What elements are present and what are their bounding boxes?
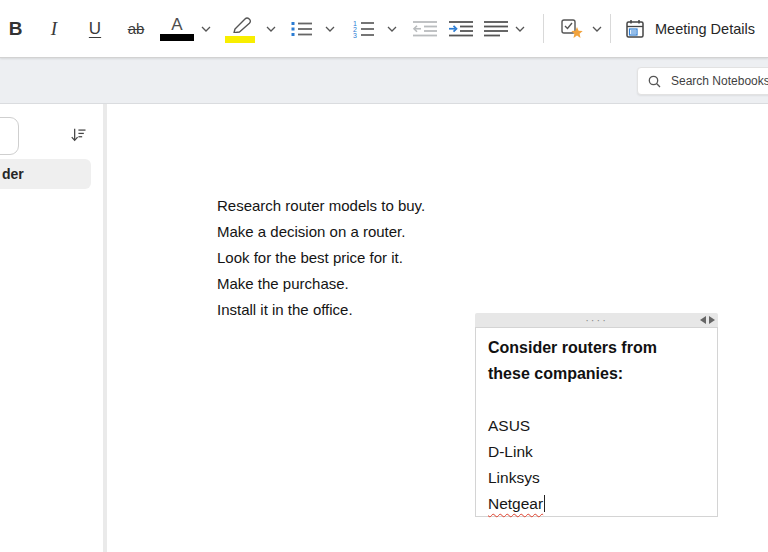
note-container-header[interactable]: ····	[475, 313, 718, 327]
highlighter-icon	[226, 17, 256, 33]
strikethrough-icon: ab	[128, 20, 145, 37]
sort-descending-icon	[68, 123, 88, 148]
search-input[interactable]	[669, 73, 768, 89]
resize-left-icon	[700, 316, 706, 324]
font-color-icon: A	[160, 16, 194, 41]
underline-icon: U	[89, 19, 101, 39]
note-container-body[interactable]: Consider routers from these companies: A…	[475, 327, 718, 517]
underline-button[interactable]: U	[81, 12, 109, 46]
note-company-line[interactable]: Netgear	[488, 491, 707, 517]
bold-icon: B	[9, 18, 23, 40]
numbered-list-button[interactable]: 1 2 3	[349, 12, 379, 46]
alignment-button[interactable]	[481, 12, 511, 46]
page-text-block[interactable]: Research router models to buy. Make a de…	[217, 193, 425, 323]
italic-icon: I	[51, 18, 57, 40]
increase-indent-icon	[448, 20, 474, 38]
note-canvas[interactable]: Research router models to buy. Make a de…	[107, 103, 768, 552]
sidebar: der	[0, 103, 103, 552]
toolbar-separator	[543, 14, 544, 43]
chevron-down-icon	[201, 26, 211, 32]
bullet-list-icon	[290, 20, 314, 38]
note-company-line[interactable]: D-Link	[488, 439, 707, 465]
sidebar-item-folder-selected[interactable]: der	[0, 159, 91, 189]
decrease-indent-button[interactable]	[409, 12, 441, 46]
task-line[interactable]: Install it in the office.	[217, 297, 425, 323]
highlight-dropdown[interactable]	[262, 12, 279, 46]
note-heading-line[interactable]: Consider routers from	[488, 335, 707, 361]
resize-right-icon	[709, 316, 715, 324]
misspelled-word[interactable]: Netgear	[488, 495, 543, 512]
chevron-down-icon	[266, 26, 276, 32]
strikethrough-button[interactable]: ab	[120, 12, 152, 46]
font-color-button[interactable]: A	[158, 12, 196, 46]
task-line[interactable]: Research router models to buy.	[217, 193, 425, 219]
meeting-details-label: Meeting Details	[655, 21, 755, 37]
search-box[interactable]	[637, 67, 768, 95]
increase-indent-button[interactable]	[445, 12, 477, 46]
chevron-down-icon	[592, 26, 602, 32]
decrease-indent-icon	[412, 20, 438, 38]
italic-button[interactable]: I	[41, 12, 67, 46]
sort-button[interactable]	[62, 119, 94, 151]
task-line[interactable]: Make the purchase.	[217, 271, 425, 297]
tag-checkbox-star-icon	[559, 17, 585, 40]
numbered-list-dropdown[interactable]	[383, 12, 400, 46]
bullet-list-button[interactable]	[287, 12, 317, 46]
alignment-dropdown[interactable]	[512, 12, 527, 46]
align-text-icon	[483, 20, 509, 38]
bullet-list-dropdown[interactable]	[321, 12, 338, 46]
formatting-toolbar: B I U ab A	[0, 0, 768, 58]
tag-button[interactable]	[556, 12, 588, 46]
drag-handle-icon[interactable]: ····	[585, 315, 608, 325]
app-window: B I U ab A	[0, 0, 768, 552]
toolbar-separator	[610, 14, 611, 43]
highlight-button[interactable]	[222, 12, 260, 46]
resize-handle[interactable]	[700, 316, 715, 324]
folder-label: der	[0, 166, 24, 182]
note-container[interactable]: ···· Consider routers from these compani…	[475, 313, 718, 517]
highlight-color-bar	[225, 36, 255, 43]
note-company-line[interactable]: Linksys	[488, 465, 707, 491]
calendar-icon	[624, 18, 646, 40]
search-band	[0, 57, 768, 104]
font-color-dropdown[interactable]	[197, 12, 214, 46]
chevron-down-icon	[515, 26, 525, 32]
meeting-details-button[interactable]: Meeting Details	[620, 11, 759, 47]
svg-text:3: 3	[353, 32, 357, 39]
tag-dropdown[interactable]	[589, 12, 604, 46]
search-icon	[648, 75, 661, 88]
note-company-line[interactable]: ASUS	[488, 413, 707, 439]
chevron-down-icon	[325, 26, 335, 32]
task-line[interactable]: Look for the best price for it.	[217, 245, 425, 271]
note-blank-line[interactable]	[488, 387, 707, 413]
bold-button[interactable]: B	[2, 12, 29, 46]
numbered-list-icon: 1 2 3	[352, 19, 376, 38]
text-caret	[544, 495, 545, 512]
note-heading-line[interactable]: these companies:	[488, 361, 707, 387]
chevron-down-icon	[387, 26, 397, 32]
task-line[interactable]: Make a decision on a router.	[217, 219, 425, 245]
partial-button[interactable]	[0, 117, 19, 155]
